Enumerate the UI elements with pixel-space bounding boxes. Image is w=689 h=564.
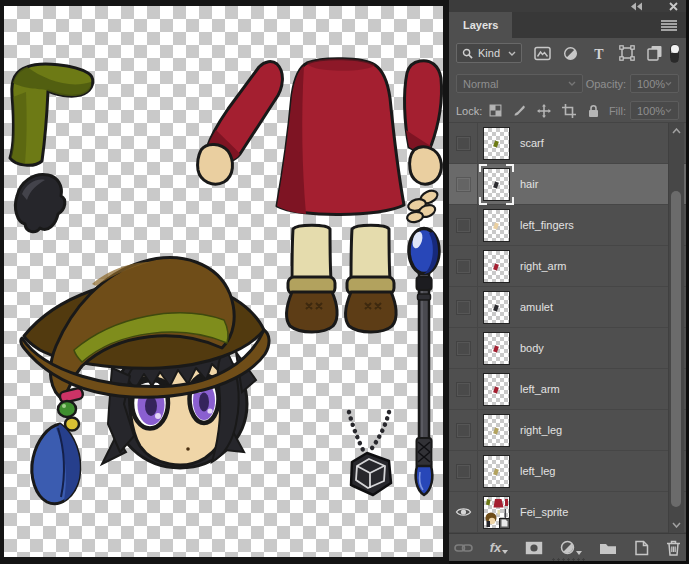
type-layer-filter-icon[interactable]: T: [590, 45, 608, 62]
layer-row-body[interactable]: body: [449, 328, 686, 369]
lock-row: Lock: Fill: 100%: [449, 99, 686, 123]
panel-menu-icon[interactable]: [661, 20, 677, 33]
layer-name[interactable]: hair: [520, 178, 538, 190]
tab-layers-label: Layers: [463, 19, 498, 31]
link-layers-icon[interactable]: [454, 542, 473, 554]
lock-all-icon[interactable]: [587, 104, 600, 118]
layer-name[interactable]: left_fingers: [520, 219, 574, 231]
eye-hidden-box: [456, 423, 471, 438]
thumbnail-mark: [493, 468, 499, 475]
layer-row-right_leg[interactable]: right_leg: [449, 410, 686, 451]
layer-thumbnail[interactable]: [483, 291, 510, 324]
layer-thumbnail[interactable]: [483, 209, 510, 242]
search-icon: [462, 48, 473, 59]
layer-thumbnail[interactable]: [483, 127, 510, 160]
new-adjustment-layer-icon[interactable]: [560, 540, 582, 555]
close-panel-icon[interactable]: [669, 2, 678, 11]
layer-name[interactable]: body: [520, 342, 544, 354]
layer-thumbnail[interactable]: [483, 496, 510, 529]
thumbnail-mark: [493, 140, 499, 147]
layer-row-scarf[interactable]: scarf: [449, 123, 686, 164]
smart-object-badge-icon: [499, 518, 510, 529]
filter-kind-label: Kind: [478, 47, 500, 59]
scroll-down-icon[interactable]: [669, 517, 684, 533]
layer-row-left_fingers[interactable]: left_fingers: [449, 205, 686, 246]
panel-titlebar: [449, 0, 686, 12]
layer-filtering-toggle[interactable]: [670, 44, 679, 63]
new-layer-icon[interactable]: [634, 540, 649, 556]
visibility-toggle[interactable]: [449, 451, 478, 491]
eye-hidden-box: [456, 218, 471, 233]
visibility-toggle[interactable]: [449, 328, 478, 368]
layer-styles-icon[interactable]: fx: [490, 542, 509, 554]
layer-name[interactable]: Fei_sprite: [520, 506, 568, 518]
layers-list: scarfhairleft_fingersright_armamuletbody…: [449, 123, 686, 533]
panel-resize-grip[interactable]: [551, 558, 585, 561]
layer-row-Fei_sprite[interactable]: Fei_sprite: [449, 492, 686, 533]
tab-layers[interactable]: Layers: [449, 12, 512, 38]
layer-name[interactable]: right_arm: [520, 260, 566, 272]
layer-thumbnail[interactable]: [483, 414, 510, 447]
visibility-toggle[interactable]: [449, 287, 478, 327]
layer-thumbnail[interactable]: [483, 373, 510, 406]
layer-thumbnail[interactable]: [483, 455, 510, 488]
layer-name[interactable]: right_leg: [520, 424, 562, 436]
blend-mode-value: Normal: [463, 78, 498, 90]
visibility-toggle[interactable]: [449, 410, 478, 450]
opacity-label: Opacity:: [586, 78, 626, 90]
layer-thumbnail[interactable]: [483, 250, 510, 283]
layer-row-left_arm[interactable]: left_arm: [449, 369, 686, 410]
visibility-toggle[interactable]: [449, 246, 478, 286]
lock-transparent-pixels-icon[interactable]: [489, 104, 502, 117]
scrollbar-thumb[interactable]: [671, 191, 681, 507]
layer-name[interactable]: scarf: [520, 137, 544, 149]
layer-row-right_arm[interactable]: right_arm: [449, 246, 686, 287]
thumbnail-mark: [493, 263, 499, 270]
visibility-toggle[interactable]: [449, 205, 478, 245]
layer-row-amulet[interactable]: amulet: [449, 287, 686, 328]
add-layer-mask-icon[interactable]: [525, 541, 543, 555]
layers-toolbar: fx: [449, 533, 686, 561]
visibility-toggle[interactable]: [449, 123, 478, 163]
panel-tab-bar: Layers: [449, 12, 686, 38]
visibility-toggle[interactable]: [449, 164, 478, 204]
filter-kind-select[interactable]: Kind: [456, 43, 522, 63]
eye-hidden-box: [456, 177, 471, 192]
thumbnail-mark: [493, 304, 499, 311]
thumbnail-mark: [493, 345, 499, 352]
layer-row-hair[interactable]: hair: [449, 164, 686, 205]
adjustment-layer-filter-icon[interactable]: [562, 45, 580, 62]
collapse-panels-icon[interactable]: [630, 2, 643, 11]
eye-icon: [455, 506, 472, 518]
visibility-toggle[interactable]: [449, 369, 478, 409]
thumbnail-mark: [493, 386, 499, 393]
smart-object-filter-icon[interactable]: [646, 45, 664, 62]
thumbnail-mark: [493, 181, 499, 188]
layer-name[interactable]: amulet: [520, 301, 553, 313]
eye-hidden-box: [456, 259, 471, 274]
lock-artboards-icon[interactable]: [562, 104, 576, 118]
delete-layer-icon[interactable]: [666, 540, 681, 556]
document-canvas[interactable]: [0, 0, 449, 564]
fill-label: Fill:: [609, 105, 626, 117]
layer-thumbnail[interactable]: [483, 168, 510, 201]
shape-layer-filter-icon[interactable]: [618, 45, 636, 62]
lock-position-icon[interactable]: [537, 104, 551, 118]
layer-name[interactable]: left_leg: [520, 465, 555, 477]
fill-input[interactable]: 100%: [630, 101, 679, 120]
new-group-icon[interactable]: [599, 541, 617, 555]
layer-name[interactable]: left_arm: [520, 383, 560, 395]
transparency-checkerboard: [4, 6, 443, 557]
visibility-toggle[interactable]: [449, 492, 478, 532]
chevron-down-icon: [665, 81, 672, 86]
opacity-input[interactable]: 100%: [630, 74, 679, 93]
pixel-layer-filter-icon[interactable]: [534, 45, 552, 62]
layer-row-left_leg[interactable]: left_leg: [449, 451, 686, 492]
layer-thumbnail[interactable]: [483, 332, 510, 365]
lock-image-pixels-icon[interactable]: [513, 104, 526, 117]
chevron-down-icon: [568, 81, 576, 86]
eye-hidden-box: [456, 136, 471, 151]
blend-mode-select[interactable]: Normal: [456, 74, 583, 93]
scroll-up-icon[interactable]: [669, 123, 684, 139]
layers-scrollbar[interactable]: [668, 123, 684, 533]
